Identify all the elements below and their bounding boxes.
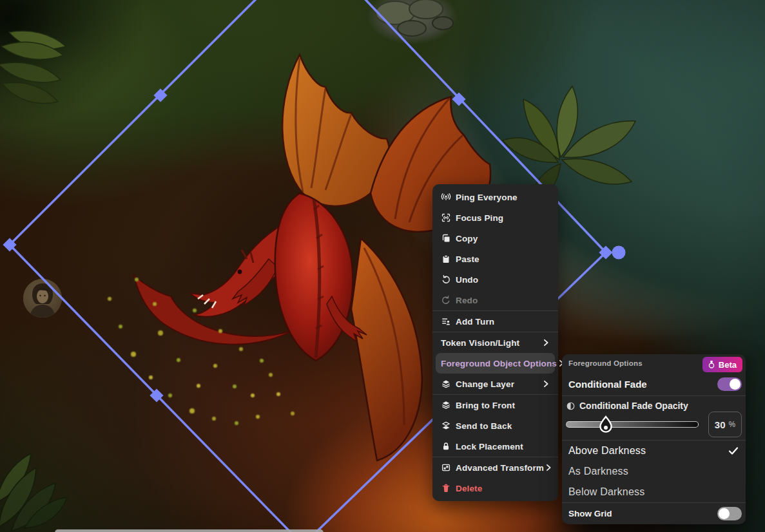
conditional-fade-toggle[interactable] — [717, 377, 742, 391]
slider-thumb[interactable] — [599, 415, 612, 433]
conditional-fade-label: Conditional Fade — [568, 379, 647, 390]
menu-item-label: Foreground Object Options — [441, 359, 557, 368]
paste-icon — [441, 254, 451, 264]
opacity-value-input[interactable]: 30 % — [708, 412, 742, 437]
undo-icon — [441, 274, 451, 285]
menu-item-ping-everyone[interactable]: Ping Everyone — [432, 187, 558, 207]
menu-item-label: Undo — [456, 275, 478, 285]
menu-item-label: Redo — [456, 296, 478, 305]
menu-item-lock-placement[interactable]: Lock Placement — [432, 436, 558, 457]
darkness-option-above-darkness[interactable]: Above Darkness — [562, 441, 746, 461]
menu-item-label: Ping Everyone — [456, 193, 518, 202]
foliage-top-left — [0, 27, 86, 114]
darkness-option-below-darkness[interactable]: Below Darkness — [562, 482, 746, 502]
menu-item-label: Lock Placement — [456, 442, 523, 451]
panel-title: Foreground Options — [568, 359, 643, 367]
check-icon — [728, 445, 739, 457]
conditional-fade-opacity-label: Conditional Fade Opacity — [579, 401, 688, 411]
chevron-right-icon — [541, 379, 550, 388]
menu-item-send-to-back[interactable]: Send to Back — [432, 415, 558, 436]
flask-icon — [707, 360, 716, 369]
add-turn-icon — [441, 316, 451, 327]
menu-item-copy[interactable]: Copy — [432, 228, 558, 249]
chevron-right-icon — [541, 338, 550, 347]
menu-item-foreground-object-options[interactable]: Foreground Object Options — [436, 353, 555, 374]
toggle-knob — [719, 508, 730, 519]
ping-everyone-icon — [441, 192, 451, 202]
advanced-transform-icon — [441, 462, 451, 473]
menu-item-label: Copy — [456, 234, 478, 243]
menu-item-change-layer[interactable]: Change Layer — [432, 374, 558, 394]
chevron-right-icon — [544, 463, 553, 472]
change-layer-icon — [441, 379, 451, 389]
menu-item-label: Paste — [456, 254, 479, 264]
conditional-fade-opacity-slider[interactable] — [566, 421, 699, 428]
opacity-unit: % — [729, 420, 736, 429]
beta-badge: Beta — [702, 357, 742, 372]
menu-item-label: Change Layer — [456, 379, 514, 389]
menu-item-label: Delete — [456, 484, 482, 493]
bottom-toolbar-edge[interactable] — [55, 529, 324, 532]
menu-item-label: Send to Back — [456, 421, 512, 431]
copy-icon — [441, 233, 451, 243]
redo-icon — [441, 295, 451, 305]
show-grid-toggle[interactable] — [717, 507, 742, 520]
menu-item-bring-to-front[interactable]: Bring to Front — [432, 395, 558, 415]
menu-item-label: Advanced Transform — [456, 463, 544, 473]
focus-ping-icon — [441, 213, 451, 223]
bring-to-front-icon — [441, 400, 451, 410]
darkness-option-label: As Darkness — [568, 466, 628, 477]
menu-item-delete[interactable]: Delete — [432, 478, 558, 499]
menu-item-focus-ping[interactable]: Focus Ping — [432, 207, 558, 228]
darkness-option-label: Below Darkness — [568, 486, 644, 498]
menu-item-paste[interactable]: Paste — [432, 249, 558, 269]
panel-divider — [562, 395, 746, 396]
blend-icon — [566, 401, 576, 411]
moss-speckles — [0, 0, 3, 3]
darkness-option-label: Above Darkness — [568, 445, 646, 457]
opacity-value: 30 — [715, 419, 726, 430]
menu-item-redo: Redo — [432, 290, 558, 310]
show-grid-label: Show Grid — [568, 509, 612, 518]
toggle-knob — [730, 379, 741, 390]
menu-item-advanced-transform[interactable]: Advanced Transform — [432, 457, 558, 478]
context-menu: Ping EveryoneFocus PingCopyPasteUndoRedo… — [432, 184, 558, 501]
foliage-bottom-left — [0, 430, 72, 532]
foreground-options-panel: Foreground Options Beta Conditional Fade… — [562, 354, 746, 524]
send-to-back-icon — [441, 421, 451, 431]
character-token[interactable] — [23, 279, 62, 318]
beta-badge-label: Beta — [719, 360, 737, 370]
menu-item-label: Add Turn — [456, 317, 494, 327]
delete-icon — [441, 483, 451, 493]
menu-item-undo[interactable]: Undo — [432, 269, 558, 290]
menu-item-label: Focus Ping — [456, 213, 503, 223]
menu-item-label: Bring to Front — [456, 401, 515, 410]
darkness-option-as-darkness[interactable]: As Darkness — [562, 461, 746, 482]
menu-item-add-turn[interactable]: Add Turn — [432, 311, 558, 332]
character-portrait — [23, 279, 62, 318]
lock-icon — [441, 441, 451, 451]
menu-item-token-vision-light[interactable]: Token Vision/Light — [432, 332, 558, 353]
menu-item-label: Token Vision/Light — [441, 338, 519, 348]
